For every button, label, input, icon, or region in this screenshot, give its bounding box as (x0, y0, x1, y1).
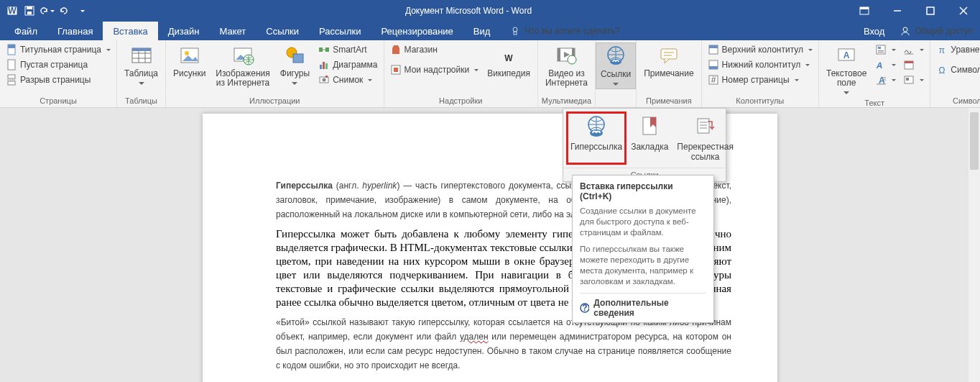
tooltip-body-1: Создание ссылки в документе для быстрого… (580, 206, 706, 238)
svg-rect-57 (709, 66, 718, 69)
equation-button[interactable]: πУравнение (933, 42, 980, 57)
svg-point-12 (513, 27, 517, 32)
crossref-button[interactable]: Перекрестная ссылка (672, 112, 738, 165)
links-dropdown-button[interactable]: Ссылки (596, 42, 636, 89)
svg-rect-63 (878, 47, 881, 49)
table-button[interactable]: Таблица (120, 42, 162, 88)
svg-rect-9 (927, 7, 934, 14)
svg-rect-7 (860, 7, 869, 9)
qat-customize[interactable] (73, 3, 89, 19)
paragraph-3[interactable]: «Битой» ссылкой называют такую гиперссыл… (276, 315, 731, 373)
online-pictures-button[interactable]: Изображения из Интернета (211, 42, 274, 88)
tooltip-more-info[interactable]: ? Дополнительные сведения (580, 293, 706, 318)
drop-cap-button[interactable]: A (872, 73, 899, 87)
blank-page-button[interactable]: Пустая страница (3, 58, 114, 72)
screenshot-button[interactable]: Снимок (315, 73, 380, 87)
word-app-icon[interactable]: W (4, 3, 20, 19)
svg-rect-65 (878, 52, 884, 53)
vertical-scrollbar[interactable] (969, 108, 980, 382)
close-button[interactable] (947, 0, 980, 22)
scroll-thumb[interactable] (970, 112, 979, 170)
screenshot-icon (318, 74, 330, 86)
svg-rect-64 (878, 50, 884, 51)
date-icon (903, 59, 915, 71)
svg-rect-81 (698, 119, 709, 133)
online-pictures-icon (231, 44, 254, 67)
ribbon: Титульная страница Пустая страница Разры… (0, 40, 980, 108)
smartart-button[interactable]: SmartArt (315, 42, 380, 57)
tell-me[interactable]: Что вы хотите сделать? (500, 22, 630, 40)
textbox-button[interactable]: AТекстовое поле (822, 42, 871, 97)
footer-button[interactable]: Нижний колонтитул (705, 58, 815, 72)
group-links: Ссылки Ссылки (596, 40, 637, 107)
svg-text:π: π (939, 45, 945, 55)
object-button[interactable] (900, 73, 927, 87)
tab-view[interactable]: Вид (463, 22, 501, 40)
footer-icon (708, 59, 719, 71)
svg-text:?: ? (582, 303, 587, 313)
undo-button[interactable] (39, 3, 55, 19)
svg-text:A: A (876, 60, 884, 71)
wikipedia-button[interactable]: WВикипедия (483, 42, 535, 78)
svg-rect-37 (325, 63, 328, 69)
tab-home[interactable]: Главная (47, 22, 103, 40)
symbol-icon: Ω (936, 64, 948, 76)
online-video-button[interactable]: Видео из Интернета (541, 42, 592, 88)
tab-review[interactable]: Рецензирование (371, 22, 463, 40)
svg-point-28 (185, 51, 189, 55)
cover-page-icon (6, 44, 17, 55)
video-icon (555, 44, 578, 67)
redo-button[interactable] (56, 3, 72, 19)
tab-design[interactable]: Дизайн (158, 22, 210, 40)
comment-button[interactable]: Примечание (639, 42, 698, 78)
maximize-button[interactable] (914, 0, 947, 22)
header-button[interactable]: Верхний колонтитул (705, 42, 815, 57)
tab-layout[interactable]: Макет (209, 22, 256, 40)
svg-rect-5 (27, 12, 32, 14)
crossref-icon (693, 114, 718, 139)
wordart-button[interactable]: A (872, 58, 899, 72)
quick-parts-icon (875, 44, 887, 55)
wordart-icon: A (875, 59, 887, 71)
shapes-button[interactable]: Фигуры (276, 42, 314, 88)
minimize-button[interactable] (881, 0, 914, 22)
svg-rect-55 (709, 45, 718, 48)
svg-rect-62 (877, 45, 885, 54)
shapes-icon (283, 44, 306, 67)
group-symbols: πУравнение ΩСимвол Символы (930, 40, 980, 107)
signature-button[interactable] (900, 42, 927, 57)
date-time-button[interactable] (900, 58, 927, 72)
tell-me-label: Что вы хотите сделать? (524, 26, 620, 36)
tab-mailings[interactable]: Рассылки (309, 22, 371, 40)
svg-rect-13 (514, 32, 517, 35)
cover-page-button[interactable]: Титульная страница (3, 42, 114, 57)
pictures-button[interactable]: Рисунки (169, 42, 210, 78)
window-title: Документ Microsoft Word - Word (89, 6, 848, 16)
page-number-button[interactable]: #Номер страницы (705, 73, 815, 87)
share-button[interactable]: Общий доступ (893, 22, 980, 40)
svg-rect-17 (8, 60, 15, 70)
svg-rect-46 (558, 48, 560, 61)
group-header-footer: Верхний колонтитул Нижний колонтитул #Но… (702, 40, 819, 107)
svg-rect-18 (8, 75, 15, 78)
links-dropdown-panel: Гиперссылка Закладка Перекрестная ссылка… (563, 108, 726, 182)
page-break-button[interactable]: Разрыв страницы (3, 73, 114, 87)
svg-text:#: # (711, 75, 716, 85)
tab-references[interactable]: Ссылки (256, 22, 309, 40)
chart-button[interactable]: Диаграмма (315, 58, 380, 72)
symbol-button[interactable]: ΩСимвол (933, 63, 980, 77)
store-button[interactable]: Магазин (387, 42, 482, 57)
quick-parts-button[interactable] (872, 42, 899, 57)
svg-rect-43 (394, 68, 398, 72)
svg-rect-16 (8, 45, 15, 48)
hyperlink-button[interactable]: Гиперссылка (566, 112, 627, 165)
ribbon-display-icon[interactable] (848, 0, 881, 22)
sign-in[interactable]: Вход (855, 22, 893, 40)
bookmark-button[interactable]: Закладка (627, 112, 672, 165)
svg-rect-26 (132, 48, 151, 51)
tab-insert[interactable]: Вставка (103, 22, 157, 40)
save-icon[interactable] (22, 3, 37, 19)
my-addins-button[interactable]: Мои надстройки (387, 63, 482, 77)
tab-file[interactable]: Файл (4, 22, 47, 40)
ribbon-tabs: Файл Главная Вставка Дизайн Макет Ссылки… (0, 22, 980, 40)
